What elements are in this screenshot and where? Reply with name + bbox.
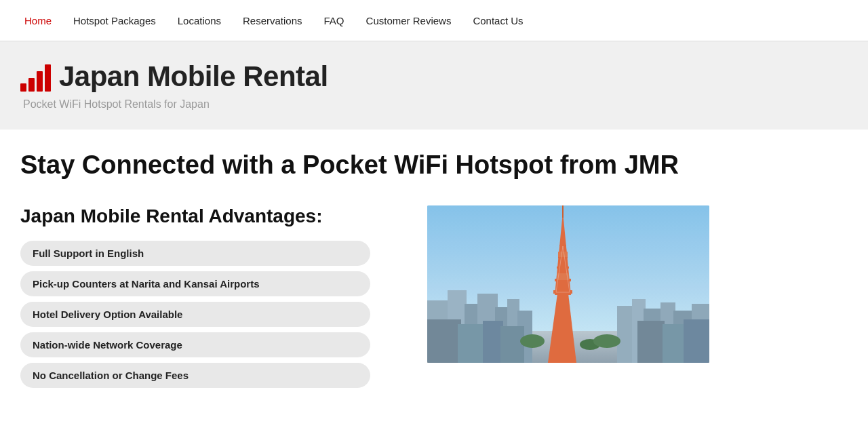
bar1 (20, 83, 26, 92)
bar2 (28, 78, 35, 92)
advantage-item-1: Pick-up Counters at Narita and Kansai Ai… (20, 271, 370, 296)
left-column: Japan Mobile Rental Advantages: Full Sup… (20, 205, 400, 388)
header-banner: Japan Mobile Rental Pocket WiFi Hotspot … (0, 41, 868, 130)
nav-contact-us[interactable]: Contact Us (462, 0, 534, 41)
logo-text: Japan Mobile Rental (59, 60, 328, 93)
nav-faq[interactable]: FAQ (313, 0, 355, 41)
advantages-title: Japan Mobile Rental Advantages: (20, 205, 400, 227)
bar4 (45, 64, 51, 92)
advantage-item-4: No Cancellation or Change Fees (20, 363, 370, 388)
logo-container: Japan Mobile Rental (20, 60, 848, 93)
nav-locations[interactable]: Locations (167, 0, 232, 41)
svg-rect-38 (427, 205, 709, 363)
advantage-item-3: Nation-wide Network Coverage (20, 332, 370, 357)
main-nav: Home Hotspot Packages Locations Reservat… (0, 0, 868, 41)
nav-customer-reviews[interactable]: Customer Reviews (355, 0, 462, 41)
advantage-list: Full Support in English Pick-up Counters… (20, 241, 400, 388)
content-grid: Japan Mobile Rental Advantages: Full Sup… (20, 205, 848, 388)
main-content: Stay Connected with a Pocket WiFi Hotspo… (0, 130, 868, 408)
nav-reservations[interactable]: Reservations (232, 0, 313, 41)
nav-hotspot-packages[interactable]: Hotspot Packages (62, 0, 167, 41)
advantage-item-2: Hotel Delivery Option Available (20, 302, 370, 327)
bar3 (37, 71, 43, 92)
logo-bars-icon (20, 62, 51, 92)
logo-tagline: Pocket WiFi Hotspot Rentals for Japan (20, 98, 848, 111)
tokyo-skyline-image (427, 205, 709, 363)
advantage-item-0: Full Support in English (20, 241, 370, 266)
hero-title: Stay Connected with a Pocket WiFi Hotspo… (20, 150, 848, 181)
right-column (427, 205, 848, 363)
nav-home[interactable]: Home (14, 0, 62, 41)
